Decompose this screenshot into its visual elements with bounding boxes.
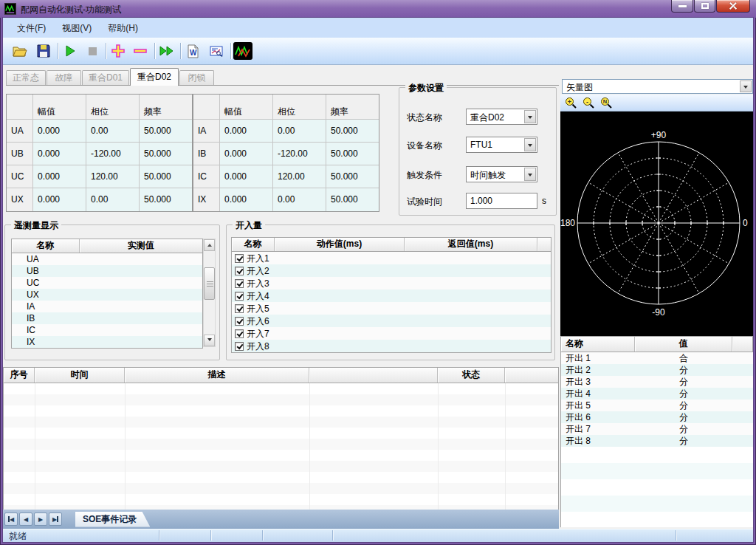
output-row[interactable]: 开出 3分 [561, 376, 753, 388]
report-view-button[interactable] [207, 41, 226, 61]
waveform-button[interactable] [233, 42, 252, 60]
cell[interactable]: 50.000 [140, 143, 192, 165]
cell[interactable]: 0.000 [220, 120, 273, 143]
scroll-thumb[interactable] [204, 267, 215, 300]
open-file-button[interactable] [10, 41, 30, 61]
dropdown-button[interactable] [524, 168, 536, 181]
cell[interactable]: 0.00 [86, 188, 140, 211]
col-return-value[interactable]: 返回值(ms) [405, 238, 537, 251]
cell[interactable]: 50.000 [326, 143, 379, 165]
col-name[interactable]: 名称 [561, 337, 635, 352]
menu-file[interactable]: 文件(F) [9, 18, 54, 38]
run-all-button[interactable] [157, 41, 176, 61]
cell[interactable]: 0.000 [33, 188, 86, 211]
view-select-combo[interactable]: 矢量图 [562, 79, 753, 94]
col-time[interactable]: 时间 [35, 368, 125, 383]
telemetry-scrollbar[interactable] [203, 239, 216, 347]
tab-reclose-d02[interactable]: 重合D02 [130, 68, 179, 86]
save-button[interactable] [34, 41, 53, 61]
next-page-button[interactable]: ▶ [34, 513, 47, 526]
cell[interactable]: 50.000 [140, 165, 192, 188]
word-report-button[interactable]: W [183, 41, 202, 61]
telemetry-row[interactable]: IB [12, 312, 202, 324]
cell[interactable]: -120.00 [86, 143, 140, 165]
dropdown-button[interactable] [524, 110, 536, 123]
minimize-button[interactable] [671, 0, 693, 13]
telemetry-row[interactable]: UB [12, 265, 202, 277]
output-row[interactable]: 开出 1合 [561, 352, 753, 364]
stop-button[interactable] [83, 41, 102, 61]
cell[interactable]: 0.000 [33, 143, 86, 165]
col-name[interactable]: 名称 [232, 238, 275, 251]
col-extra-1[interactable] [309, 368, 438, 383]
cell[interactable]: 0.000 [220, 188, 273, 211]
cell[interactable]: 50.000 [326, 120, 379, 143]
col-index[interactable]: 序号 [4, 368, 35, 383]
col-measured-value[interactable]: 实测值 [80, 239, 202, 253]
telemetry-row[interactable]: UC [12, 277, 202, 289]
tab-lockout[interactable]: 闭锁 [179, 70, 214, 85]
event-table-body[interactable] [3, 383, 559, 511]
col-action-value[interactable]: 动作值(ms) [275, 238, 405, 251]
device-name-combo[interactable]: FTU1 [466, 137, 537, 153]
output-row[interactable]: 开出 4分 [561, 388, 753, 400]
checkbox-checked[interactable] [235, 317, 244, 326]
output-row[interactable]: 开出 8分 [561, 435, 753, 447]
menu-help[interactable]: 帮助(H) [100, 18, 146, 38]
tab-reclose-d01[interactable]: 重合D01 [82, 70, 129, 85]
checkbox-checked[interactable] [235, 342, 244, 351]
checkbox-checked[interactable] [235, 329, 244, 338]
checkbox-checked[interactable] [235, 292, 244, 301]
cell[interactable]: 0.000 [220, 165, 273, 188]
trigger-condition-combo[interactable]: 时间触发 [466, 166, 537, 182]
run-button[interactable] [61, 41, 80, 61]
add-state-button[interactable] [109, 41, 128, 61]
last-page-button[interactable]: ▶ [49, 513, 62, 526]
cell[interactable]: 120.00 [273, 165, 326, 188]
checkbox-checked[interactable] [235, 254, 244, 263]
remove-state-button[interactable] [131, 41, 150, 61]
first-page-button[interactable]: ◀ [4, 513, 18, 526]
output-row[interactable]: 开出 2分 [561, 364, 753, 376]
maximize-button[interactable] [694, 0, 715, 13]
prev-page-button[interactable]: ◀ [19, 513, 32, 526]
checkbox-checked[interactable] [235, 267, 244, 275]
menu-view[interactable]: 视图(V) [54, 18, 100, 38]
checkbox-checked[interactable] [235, 304, 244, 313]
dropdown-button[interactable] [524, 138, 536, 151]
checkbox-checked[interactable] [235, 279, 244, 288]
telemetry-row[interactable]: UA [12, 253, 202, 265]
test-time-input[interactable] [466, 193, 537, 209]
col-value[interactable]: 值 [635, 337, 732, 352]
scroll-up-button[interactable] [204, 239, 215, 251]
zoom-reset-icon[interactable]: N [600, 97, 613, 109]
tab-fault[interactable]: 故障 [47, 70, 81, 85]
soe-event-record-tab[interactable]: SOE事件记录 [75, 512, 150, 527]
scroll-down-button[interactable] [204, 335, 215, 346]
telemetry-row[interactable]: IA [12, 301, 202, 312]
cell[interactable]: 0.000 [220, 143, 273, 165]
cell[interactable]: 50.000 [140, 120, 192, 143]
cell[interactable]: 50.000 [326, 165, 379, 188]
zoom-in-icon[interactable]: + [565, 97, 577, 109]
telemetry-row[interactable]: IC [12, 324, 202, 336]
telemetry-row[interactable]: UX [12, 289, 202, 301]
close-button[interactable] [716, 0, 750, 13]
col-description[interactable]: 描述 [125, 368, 309, 383]
cell[interactable]: 0.00 [273, 120, 326, 143]
output-row[interactable]: 开出 5分 [561, 400, 753, 411]
cell[interactable]: 0.00 [273, 188, 326, 211]
zoom-out-icon[interactable]: - [583, 97, 595, 109]
cell[interactable]: 120.00 [86, 165, 140, 188]
cell[interactable]: 0.00 [86, 120, 140, 143]
col-status[interactable]: 状态 [438, 368, 505, 383]
dropdown-button[interactable] [740, 80, 752, 92]
col-name[interactable]: 名称 [12, 239, 80, 253]
title-bar[interactable]: 配网自动化测试-功能测试 [0, 0, 756, 18]
cell[interactable]: 0.000 [33, 165, 86, 188]
cell[interactable]: 50.000 [140, 188, 192, 211]
output-row[interactable]: 开出 7分 [561, 423, 753, 435]
tab-normal-state[interactable]: 正常态 [6, 70, 46, 85]
cell[interactable]: -120.00 [273, 143, 326, 165]
state-name-combo[interactable]: 重合D02 [466, 109, 537, 125]
